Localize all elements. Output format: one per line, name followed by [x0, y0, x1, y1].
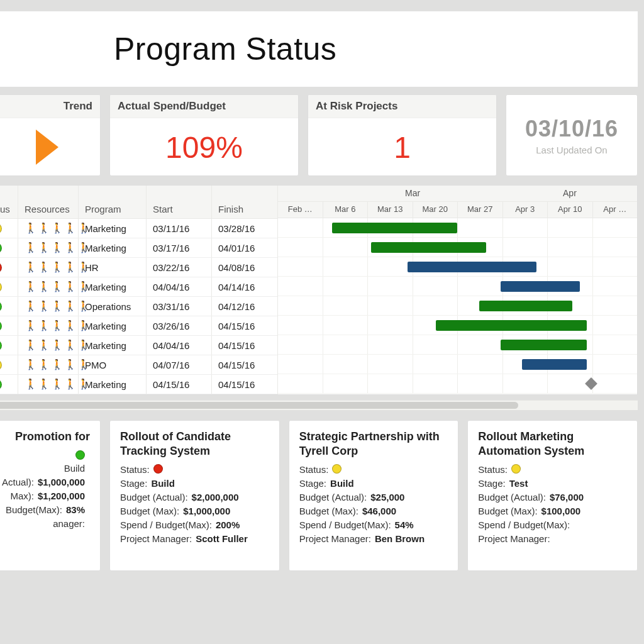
gantt-row[interactable]: [278, 277, 637, 296]
gantt-week-label: Feb …: [278, 202, 323, 218]
budget-max: $46,000: [362, 506, 396, 516]
program-cell: Marketing: [79, 316, 147, 335]
budget-actual: $2,000,000: [192, 492, 239, 502]
table-row[interactable]: 🚶🚶🚶🚶🚶Marketing04/04/1604/15/16: [0, 336, 277, 355]
gantt-row[interactable]: [278, 218, 637, 238]
gantt-bar[interactable]: [479, 301, 572, 311]
table-row[interactable]: 🚶🚶🚶🚶🚶Marketing03/11/1603/28/16: [0, 219, 277, 238]
status-dot-icon: [511, 464, 521, 474]
project-cards: Promotion forBuildActual): $1,000,000Max…: [0, 420, 638, 571]
budget-actual: $1,000,000: [38, 477, 85, 487]
hdr-status[interactable]: Status: [0, 186, 18, 218]
status-dot-icon: [0, 360, 2, 370]
gantt-week-label: Apr 10: [547, 202, 592, 218]
project-card[interactable]: Strategic Partnership with Tyrell CorpSt…: [289, 420, 459, 571]
project-manager: Scott Fuller: [196, 533, 248, 544]
gantt-bar[interactable]: [501, 281, 580, 292]
finish-cell: 04/15/16: [212, 355, 277, 374]
person-icon: 🚶: [51, 360, 64, 370]
start-cell: 03/31/16: [147, 297, 212, 316]
budget-max: $1,000,000: [183, 506, 230, 516]
status-dot-icon: [332, 464, 341, 474]
gantt-bar[interactable]: [522, 359, 587, 370]
finish-cell: 04/08/16: [212, 258, 277, 277]
table-header: Status Resources Program Start Finish: [0, 186, 277, 219]
gantt-bar[interactable]: [501, 340, 587, 350]
person-icon: 🚶: [64, 301, 77, 311]
person-icon: 🚶: [64, 223, 77, 233]
gantt-row[interactable]: [278, 335, 637, 355]
person-icon: 🚶: [51, 243, 64, 253]
gantt-row[interactable]: [278, 296, 637, 316]
table-row[interactable]: 🚶🚶🚶🚶🚶Operations03/31/1604/12/16: [0, 297, 277, 316]
hdr-resources[interactable]: Resources: [18, 186, 79, 218]
project-card[interactable]: Rollout Marketing Automation SystemStatu…: [467, 420, 638, 571]
person-icon: 🚶: [51, 282, 64, 292]
person-icon: 🚶: [25, 379, 37, 389]
project-manager: Ben Brown: [375, 533, 425, 544]
project-card[interactable]: Promotion forBuildActual): $1,000,000Max…: [0, 420, 101, 571]
gantt-weeks: Feb …Mar 6Mar 13Mar 20Mar 27Apr 3Apr 10A…: [278, 202, 637, 218]
person-icon: 🚶: [38, 223, 50, 233]
person-icon: 🚶: [51, 223, 64, 233]
project-card[interactable]: Rollout of Candidate Tracking SystemStat…: [109, 420, 280, 571]
trend-arrow-icon: [36, 130, 58, 165]
kpi-updated-sub: Last Updated On: [536, 145, 607, 155]
person-icon: 🚶: [64, 282, 77, 292]
kpi-updated[interactable]: 03/10/16 Last Updated On: [506, 94, 638, 176]
hdr-finish[interactable]: Finish: [212, 186, 277, 218]
table-row[interactable]: 🚶🚶🚶🚶🚶Marketing04/15/1604/15/16: [0, 375, 277, 394]
person-icon: 🚶: [64, 262, 77, 272]
kpi-updated-date: 03/10/16: [525, 116, 618, 142]
person-icon: 🚶: [25, 321, 37, 331]
spend-pct: 83%: [66, 504, 85, 515]
kpi-spend-value: 109%: [165, 130, 243, 165]
gantt-row[interactable]: [278, 355, 637, 374]
milestone-diamond-icon[interactable]: [585, 377, 597, 390]
gantt-week-label: Apr …: [592, 202, 638, 218]
gantt-bar[interactable]: [371, 242, 486, 253]
start-cell: 04/07/16: [147, 355, 212, 374]
program-cell: Marketing: [79, 277, 147, 296]
kpi-row: Trend Actual Spend/Budget 109% At Risk P…: [0, 94, 638, 176]
card-title: Promotion for: [0, 430, 90, 444]
gantt-row[interactable]: [278, 374, 637, 394]
person-icon: 🚶: [64, 360, 77, 370]
start-cell: 03/26/16: [147, 316, 212, 335]
gantt-bar[interactable]: [408, 262, 537, 272]
start-cell: 04/04/16: [147, 336, 212, 355]
person-icon: 🚶: [25, 301, 37, 311]
kpi-spend[interactable]: Actual Spend/Budget 109%: [109, 94, 299, 176]
program-cell: Marketing: [79, 375, 147, 394]
horizontal-scrollbar[interactable]: [0, 400, 638, 410]
gantt-row[interactable]: [278, 257, 637, 277]
person-icon: 🚶: [51, 340, 64, 350]
status-dot-icon: [153, 464, 163, 474]
table-row[interactable]: 🚶🚶🚶🚶🚶Marketing03/26/1604/15/16: [0, 316, 277, 336]
person-icon: 🚶: [64, 243, 77, 253]
gantt-week-label: Mar 13: [367, 202, 413, 218]
kpi-risk[interactable]: At Risk Projects 1: [308, 94, 497, 176]
spend-pct: 200%: [216, 519, 240, 530]
table-row[interactable]: 🚶🚶🚶🚶🚶HR03/22/1604/08/16: [0, 258, 277, 277]
program-cell: Operations: [79, 297, 147, 316]
hdr-program[interactable]: Program: [79, 186, 147, 218]
start-cell: 04/04/16: [147, 277, 212, 296]
scrollbar-thumb[interactable]: [0, 402, 518, 409]
hdr-start[interactable]: Start: [147, 186, 212, 218]
gantt-row[interactable]: [278, 316, 637, 335]
person-icon: 🚶: [64, 340, 77, 350]
status-dot-icon: [0, 379, 2, 390]
gantt-bar[interactable]: [436, 320, 587, 331]
table-row[interactable]: 🚶🚶🚶🚶🚶PMO04/07/1604/15/16: [0, 355, 277, 375]
table-row[interactable]: 🚶🚶🚶🚶🚶Marketing04/04/1604/14/16: [0, 277, 277, 297]
start-cell: 04/15/16: [147, 375, 212, 394]
finish-cell: 04/12/16: [212, 297, 277, 316]
kpi-trend[interactable]: Trend: [0, 94, 101, 176]
table-row[interactable]: 🚶🚶🚶🚶🚶Marketing03/17/1604/01/16: [0, 238, 277, 258]
person-icon: 🚶: [38, 301, 50, 311]
gantt-row[interactable]: [278, 238, 637, 257]
gantt-chart[interactable]: Mar Apr Feb …Mar 6Mar 13Mar 20Mar 27Apr …: [278, 186, 637, 394]
person-icon: 🚶: [51, 262, 64, 272]
gantt-bar[interactable]: [332, 223, 458, 233]
